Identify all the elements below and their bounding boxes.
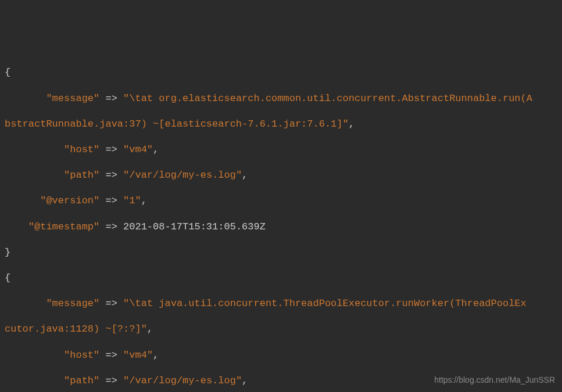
- log-host-line: "host" => "vm4",: [0, 143, 562, 156]
- log-brace-open: {: [0, 272, 562, 285]
- log-message-continuation: bstractRunnable.java:37) ~[elasticsearch…: [0, 118, 562, 131]
- log-brace-close: }: [0, 246, 562, 259]
- log-message-line: "message" => "\tat java.util.concurrent.…: [0, 297, 562, 310]
- log-path-line: "path" => "/var/log/my-es.log",: [0, 169, 562, 182]
- terminal-output: { "message" => "\tat org.elasticsearch.c…: [0, 53, 562, 392]
- log-brace-open: {: [0, 66, 562, 79]
- log-timestamp-line: "@timestamp" => 2021-08-17T15:31:05.639Z: [0, 221, 562, 233]
- log-host-line: "host" => "vm4",: [0, 349, 562, 362]
- watermark-text: https://blog.csdn.net/Ma_JunSSR: [434, 375, 555, 385]
- log-message-continuation: cutor.java:1128) ~[?:?]",: [0, 323, 562, 336]
- log-version-line: "@version" => "1",: [0, 195, 562, 207]
- log-message-line: "message" => "\tat org.elasticsearch.com…: [0, 92, 562, 105]
